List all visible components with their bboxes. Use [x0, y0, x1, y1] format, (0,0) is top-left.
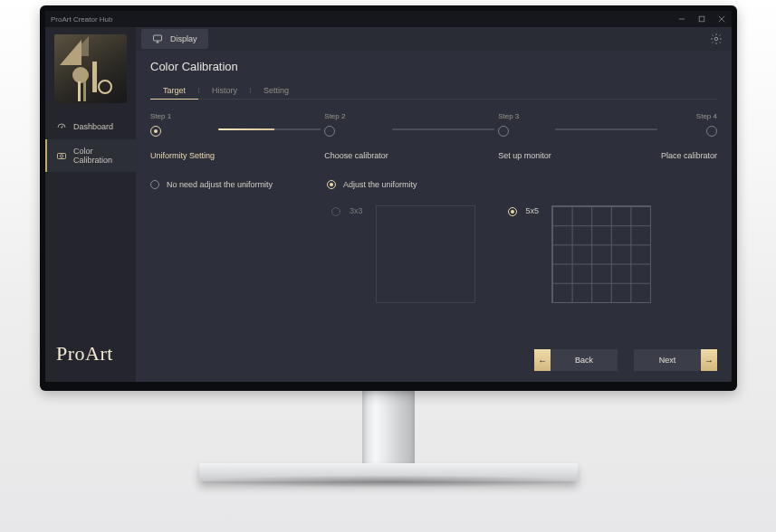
close-button[interactable] [717, 14, 726, 24]
tab-history[interactable]: History [199, 82, 250, 99]
maximize-button[interactable] [697, 14, 706, 24]
grid-preview-5x5 [551, 205, 651, 303]
step-dot [150, 126, 161, 137]
grid-option-5x5[interactable]: 5x5 [508, 205, 652, 303]
tabs: Target History Setting [150, 82, 717, 100]
minimize-button[interactable] [677, 14, 686, 24]
main-area: Display Color Calibration Target History… [136, 27, 732, 382]
step-dot [324, 126, 335, 137]
tab-target[interactable]: Target [150, 82, 198, 100]
next-button[interactable]: Next → [634, 349, 717, 371]
svg-point-6 [60, 155, 62, 157]
step-title: Set up monitor [498, 151, 551, 160]
display-chip-label: Display [170, 34, 197, 43]
radio-label: No need adjust the uniformity [167, 180, 273, 189]
grid-option-3x3[interactable]: 3x3 [331, 205, 475, 303]
radio-dot [331, 207, 340, 216]
arrow-left-icon: ← [534, 349, 551, 371]
grid-label: 5x5 [526, 206, 540, 215]
window-controls [677, 14, 726, 24]
step-line [392, 128, 494, 130]
step-4[interactable]: Step 4 Place calibrator [661, 112, 717, 160]
step-3[interactable]: Step 3 Set up monitor [498, 112, 551, 160]
step-1[interactable]: Step 1 Uniformity Setting [150, 112, 215, 160]
radio-no-adjust[interactable]: No need adjust the uniformity [150, 180, 273, 189]
screen: ProArt Creator Hub [45, 11, 732, 382]
tab-setting[interactable]: Setting [251, 82, 302, 99]
stepper: Step 1 Uniformity Setting Step 2 Choose … [150, 112, 717, 160]
app-logo [54, 34, 127, 103]
step-id: Step 3 [498, 112, 519, 120]
sidebar-item-color-calibration[interactable]: Color Calibration [45, 139, 136, 172]
radio-dot [327, 180, 336, 189]
brand-wordmark: ProArt [45, 331, 136, 382]
gear-icon[interactable] [710, 33, 723, 45]
radio-label: Adjust the uniformity [343, 180, 417, 189]
page-title: Color Calibration [150, 60, 717, 73]
grid-label: 3x3 [350, 206, 363, 215]
uniformity-options: No need adjust the uniformity Adjust the… [150, 180, 717, 189]
step-id: Step 4 [696, 112, 717, 120]
main-topbar: Display [136, 27, 732, 51]
monitor-stand-base [199, 463, 578, 481]
footer-actions: ← Back Next → [150, 335, 717, 371]
radio-dot [150, 180, 159, 189]
step-dot [706, 126, 717, 137]
step-line [555, 128, 657, 130]
next-button-label: Next [634, 356, 701, 365]
radio-dot [508, 207, 517, 216]
sidebar: Dashboard Color Calibration ProArt [45, 27, 136, 382]
step-title: Uniformity Setting [150, 151, 215, 160]
monitor-stand-neck [362, 390, 415, 467]
sidebar-item-label: Color Calibration [73, 147, 127, 165]
svg-point-10 [714, 37, 718, 41]
monitor-icon [152, 33, 163, 44]
step-title: Choose calibrator [324, 151, 388, 160]
window-title: ProArt Creator Hub [51, 15, 112, 24]
radio-adjust[interactable]: Adjust the uniformity [327, 180, 417, 189]
monitor-frame: ProArt Creator Hub [40, 5, 737, 391]
svg-rect-5 [58, 154, 66, 159]
step-title: Place calibrator [661, 151, 717, 160]
display-chip[interactable]: Display [141, 29, 208, 49]
step-id: Step 2 [324, 112, 345, 120]
gauge-icon [56, 121, 67, 132]
grid-options: 3x3 5x5 [331, 205, 717, 303]
content: Color Calibration Target History Setting… [136, 51, 732, 382]
svg-rect-7 [154, 35, 162, 41]
step-line [218, 128, 321, 130]
sidebar-item-label: Dashboard [73, 122, 113, 131]
app-body: Dashboard Color Calibration ProArt Displ… [45, 27, 732, 382]
svg-rect-1 [699, 16, 704, 22]
svg-point-4 [61, 127, 62, 128]
arrow-right-icon: → [701, 349, 717, 371]
sidebar-item-dashboard[interactable]: Dashboard [45, 114, 136, 139]
step-2[interactable]: Step 2 Choose calibrator [324, 112, 388, 160]
step-id: Step 1 [150, 112, 171, 120]
back-button[interactable]: ← Back [534, 349, 618, 371]
step-dot [498, 126, 509, 137]
back-button-label: Back [551, 356, 618, 365]
camera-icon [56, 150, 67, 161]
grid-preview-3x3 [376, 205, 475, 303]
window-titlebar: ProArt Creator Hub [45, 11, 732, 27]
